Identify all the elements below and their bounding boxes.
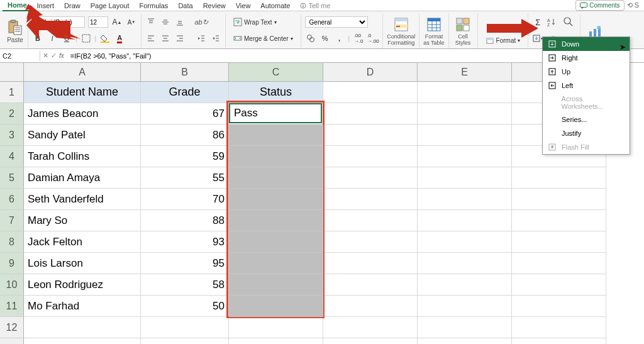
fill-menu-down[interactable]: Down bbox=[543, 37, 630, 51]
row-header-8[interactable]: 8 bbox=[0, 231, 24, 253]
selected-cell[interactable] bbox=[229, 296, 323, 317]
cell[interactable] bbox=[323, 189, 418, 210]
row-header-11[interactable]: 11 bbox=[0, 296, 24, 317]
font-color-button[interactable]: A bbox=[114, 33, 125, 44]
decrease-indent-icon[interactable] bbox=[196, 33, 207, 44]
cell[interactable] bbox=[418, 338, 512, 344]
cell[interactable] bbox=[323, 103, 418, 125]
selected-cell[interactable] bbox=[229, 210, 323, 231]
fill-menu-up[interactable]: Up bbox=[543, 65, 630, 79]
cell-grade[interactable]: 67 bbox=[141, 103, 229, 125]
cell[interactable] bbox=[323, 274, 418, 296]
cell[interactable] bbox=[512, 253, 606, 274]
row-header-12[interactable]: 12 bbox=[0, 317, 24, 338]
selected-cell[interactable] bbox=[229, 146, 323, 167]
cell-name[interactable]: James Beacon bbox=[24, 103, 141, 125]
column-header-E[interactable]: E bbox=[418, 63, 512, 82]
find-select-icon[interactable] bbox=[561, 16, 576, 28]
wrap-text-button[interactable]: Wrap Text ▾ bbox=[230, 16, 280, 28]
cell-grade[interactable]: 70 bbox=[141, 189, 229, 210]
column-header-B[interactable]: B bbox=[141, 63, 229, 82]
cell-grade[interactable]: 95 bbox=[141, 253, 229, 274]
cell[interactable] bbox=[323, 231, 418, 253]
increase-font-icon[interactable]: A▲ bbox=[111, 16, 123, 28]
sort-filter-icon[interactable]: AZ bbox=[547, 16, 558, 28]
cell[interactable] bbox=[418, 189, 512, 210]
orientation-icon[interactable]: ab↻ bbox=[196, 16, 207, 28]
cell[interactable] bbox=[229, 338, 323, 344]
column-header-A[interactable]: A bbox=[24, 63, 141, 82]
align-right-icon[interactable] bbox=[174, 33, 186, 44]
cell-grade[interactable]: 55 bbox=[141, 167, 229, 189]
cell[interactable] bbox=[512, 210, 606, 231]
cell-grade[interactable]: 88 bbox=[141, 210, 229, 231]
fill-color-button[interactable] bbox=[99, 33, 111, 44]
cell-grade[interactable]: 58 bbox=[141, 274, 229, 296]
cell-name[interactable]: Lois Larson bbox=[24, 253, 141, 274]
cell-name[interactable]: Mo Farhad bbox=[24, 296, 141, 317]
cell[interactable] bbox=[418, 317, 512, 338]
cell[interactable] bbox=[323, 338, 418, 344]
cell[interactable] bbox=[418, 167, 512, 189]
border-button[interactable] bbox=[80, 33, 92, 44]
selected-cell[interactable] bbox=[229, 231, 323, 253]
cell[interactable] bbox=[323, 317, 418, 338]
header-student-name[interactable]: Student Name bbox=[24, 82, 141, 103]
cell[interactable] bbox=[418, 231, 512, 253]
cell[interactable] bbox=[512, 296, 606, 317]
comments-button[interactable]: Comments bbox=[575, 0, 624, 11]
decrease-decimal-icon[interactable]: .0→.00 bbox=[367, 33, 379, 44]
row-header-9[interactable]: 9 bbox=[0, 253, 24, 274]
row-header-10[interactable]: 10 bbox=[0, 274, 24, 296]
menu-data[interactable]: Data bbox=[173, 1, 197, 11]
cell[interactable] bbox=[418, 82, 512, 103]
cell[interactable] bbox=[512, 189, 606, 210]
cell[interactable] bbox=[512, 231, 606, 253]
conditional-formatting-button[interactable]: Conditional Formatting bbox=[383, 14, 419, 48]
align-bottom-icon[interactable] bbox=[174, 16, 186, 28]
cell-name[interactable]: Tarah Collins bbox=[24, 146, 141, 167]
menu-page-layout[interactable]: Page Layout bbox=[86, 1, 135, 11]
comma-icon[interactable]: , bbox=[334, 33, 345, 44]
cell-name[interactable]: Leon Rodriguez bbox=[24, 274, 141, 296]
align-top-icon[interactable] bbox=[145, 16, 157, 28]
column-header-D[interactable]: D bbox=[323, 63, 418, 82]
cell-name[interactable]: Jack Felton bbox=[24, 231, 141, 253]
align-middle-icon[interactable] bbox=[160, 16, 171, 28]
fill-menu-right[interactable]: Right bbox=[543, 51, 630, 65]
cell[interactable] bbox=[418, 296, 512, 317]
currency-icon[interactable] bbox=[305, 33, 316, 44]
cell[interactable] bbox=[323, 167, 418, 189]
menu-view[interactable]: View bbox=[231, 1, 256, 11]
row-header-4[interactable]: 4 bbox=[0, 146, 24, 167]
merge-center-button[interactable]: Merge & Center ▾ bbox=[230, 33, 297, 44]
cell[interactable] bbox=[323, 146, 418, 167]
fill-menu-series-[interactable]: Series... bbox=[543, 113, 630, 126]
cell-name[interactable]: Seth Vanderfeld bbox=[24, 189, 141, 210]
cell[interactable] bbox=[24, 317, 141, 338]
cell[interactable] bbox=[323, 125, 418, 146]
cell-styles-button[interactable]: Cell Styles bbox=[449, 14, 478, 48]
cell-grade[interactable]: 59 bbox=[141, 146, 229, 167]
cell[interactable] bbox=[418, 210, 512, 231]
selected-cell[interactable] bbox=[229, 189, 323, 210]
header-status[interactable]: Status bbox=[229, 82, 323, 103]
name-box[interactable]: C2 bbox=[0, 51, 40, 61]
row-header-5[interactable]: 5 bbox=[0, 167, 24, 189]
cell[interactable] bbox=[512, 338, 606, 344]
row-header-3[interactable]: 3 bbox=[0, 125, 24, 146]
selected-cell[interactable] bbox=[229, 125, 323, 146]
row-header-7[interactable]: 7 bbox=[0, 210, 24, 231]
active-cell[interactable]: Pass bbox=[229, 103, 322, 123]
menu-review[interactable]: Review bbox=[198, 1, 231, 11]
cell[interactable] bbox=[512, 274, 606, 296]
cell[interactable] bbox=[141, 317, 229, 338]
cell[interactable] bbox=[512, 317, 606, 338]
cell-name[interactable]: Mary So bbox=[24, 210, 141, 231]
paste-icon[interactable] bbox=[6, 19, 24, 36]
cell[interactable] bbox=[418, 125, 512, 146]
font-size-select[interactable] bbox=[88, 16, 108, 28]
row-header-13[interactable]: 13 bbox=[0, 338, 24, 344]
increase-decimal-icon[interactable]: .00→.0 bbox=[353, 33, 364, 44]
percent-icon[interactable]: % bbox=[319, 33, 331, 44]
